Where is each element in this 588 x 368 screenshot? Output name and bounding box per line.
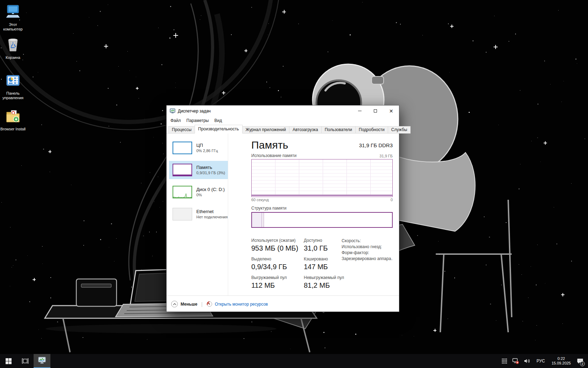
desktop-icon-control-panel[interactable]: Панель управления: [0, 73, 26, 100]
footer-divider: |: [201, 301, 203, 307]
close-button[interactable]: ✕: [383, 105, 399, 116]
sidebar-item-disk[interactable]: Диск 0 (C: D:) 0%: [169, 183, 228, 201]
open-resource-monitor-link[interactable]: Открыть монитор ресурсов: [215, 302, 268, 307]
sidebar-item-subtitle: 0%: [196, 192, 225, 197]
memory-stats: Используется (сжатая) 953 МБ (0 МБ) Дост…: [251, 238, 342, 290]
taskbar-spacer: [50, 354, 500, 368]
collapse-button[interactable]: [171, 301, 178, 307]
tab-details[interactable]: Подробности: [355, 126, 388, 134]
stat-available: Доступно 31,0 ГБ: [304, 238, 342, 253]
stat-cached: Кэшировано 147 МБ: [304, 257, 342, 271]
maximize-button[interactable]: [368, 105, 383, 116]
resource-monitor-icon: [206, 301, 212, 307]
menu-file[interactable]: Файл: [168, 117, 184, 124]
chevron-up-icon: [173, 303, 176, 305]
timeline-right-label: 0: [391, 198, 393, 202]
sidebar-item-subtitle: 0,9/31,9 ГБ (3%): [196, 170, 225, 175]
menu-options[interactable]: Параметры: [184, 117, 212, 124]
network-disconnected-icon: [512, 358, 519, 364]
memory-composition-bar: [251, 212, 393, 228]
action-center-button[interactable]: 2: [575, 354, 584, 368]
sidebar-item-title: ЦП: [196, 143, 218, 148]
tab-startup[interactable]: Автозагрузка: [289, 126, 322, 134]
sidebar-item-subtitle: Нет подключения: [196, 214, 227, 219]
timeline-left-label: 60 секунд: [251, 198, 269, 202]
desktop-icon-browser-install[interactable]: Browser Install: [0, 109, 26, 131]
memory-capacity: 31,9 ГБ DDR3: [359, 142, 393, 148]
language-indicator[interactable]: РУС: [534, 359, 547, 363]
clock-time: 0:22: [552, 356, 571, 361]
grid-icon: [502, 358, 507, 364]
memory-usage-chart: [251, 159, 393, 197]
tab-processes[interactable]: Процессы: [168, 126, 195, 134]
maximize-icon: [374, 109, 377, 113]
sidebar-item-title: Память: [196, 165, 225, 170]
network-status-button[interactable]: [511, 354, 520, 368]
tab-users[interactable]: Пользователи: [321, 126, 356, 134]
taskbar: РУС 0:22 15.09.2025 2: [0, 354, 588, 368]
minimize-icon: [358, 111, 362, 111]
tab-strip: Процессы Производительность Журнал прило…: [167, 124, 399, 134]
sidebar-item-memory[interactable]: Память 0,9/31,9 ГБ (3%): [169, 161, 228, 179]
desktop-icon-recycle-bin[interactable]: Корзина: [0, 37, 26, 60]
footer-bar: Меньше | Открыть монитор ресурсов: [167, 295, 399, 312]
stat-in-use: Используется (сжатая) 953 МБ (0 МБ): [251, 238, 304, 253]
title-bar[interactable]: Диспетчер задач ✕: [167, 105, 399, 116]
memory-usage-fill: [252, 196, 392, 197]
desktop-icon-label: Browser Install: [0, 127, 26, 131]
control-panel-icon: [5, 73, 21, 88]
task-view-icon: [22, 358, 29, 364]
disk-graph-thumbnail: [173, 186, 192, 198]
windows-logo-icon: [6, 358, 12, 364]
clock-date: 15.09.2025: [552, 361, 571, 366]
browser-install-folder-icon: [5, 109, 21, 124]
stat-non-paged-pool: Невыгружаемый пул 81,2 МБ: [304, 275, 342, 290]
speaker-icon: [524, 358, 531, 364]
desktop-icon-this-pc[interactable]: Этот компьютер: [0, 4, 26, 32]
tab-services[interactable]: Службы: [388, 126, 411, 134]
task-manager-window: Диспетчер задач ✕ Файл Параметры Вид Про…: [166, 105, 399, 312]
taskbar-clock[interactable]: 0:22 15.09.2025: [550, 356, 573, 366]
taskbar-app-task-manager[interactable]: [34, 354, 50, 368]
volume-button[interactable]: [523, 354, 532, 368]
desktop-icon-label: Этот компьютер: [0, 22, 26, 32]
memory-panel: Память 31,9 ГБ DDR3 Использование памяти…: [228, 134, 401, 295]
panel-title: Память: [251, 139, 288, 151]
collapse-label[interactable]: Меньше: [181, 302, 197, 307]
sidebar-item-ethernet[interactable]: Ethernet Нет подключения: [169, 205, 228, 223]
menu-view[interactable]: Вид: [211, 117, 225, 124]
stat-committed: Выделено 0,9/34,9 ГБ: [251, 257, 304, 271]
sidebar-item-cpu[interactable]: ЦП 0% 2,86 ГГц: [169, 139, 228, 157]
menu-bar: Файл Параметры Вид: [167, 116, 399, 124]
desktop: Этот компьютер Корзина Панель управления: [0, 0, 588, 368]
memory-modified-segment-divider: [264, 213, 264, 227]
memory-hardware-info: Скорость: Использовано гнезд: Форм-факто…: [342, 238, 393, 290]
notification-count-badge: 2: [580, 361, 585, 366]
sidebar-item-title: Диск 0 (C: D:): [196, 187, 225, 192]
cpu-graph-thumbnail: [173, 142, 192, 154]
ethernet-graph-thumbnail: [173, 208, 192, 220]
tray-app-grid-icon[interactable]: [500, 354, 509, 368]
task-manager-app-icon: [170, 108, 175, 114]
sidebar-item-subtitle: 0% 2,86 ГГц: [196, 148, 218, 153]
usage-chart-label: Использование памяти: [251, 153, 296, 158]
usage-chart-max: 31,9 ГБ: [379, 154, 393, 158]
start-button[interactable]: [0, 354, 17, 368]
stat-paged-pool: Выгружаемый пул 112 МБ: [251, 275, 304, 290]
performance-sidebar: ЦП 0% 2,86 ГГц Память 0,9/31,9 ГБ (3%): [167, 134, 228, 295]
tab-app-history[interactable]: Журнал приложений: [242, 126, 289, 134]
minimize-button[interactable]: [352, 105, 368, 116]
task-view-button[interactable]: [17, 354, 34, 368]
close-icon: ✕: [389, 109, 393, 114]
desktop-icon-label: Корзина: [0, 55, 26, 60]
memory-graph-thumbnail: [173, 164, 192, 176]
window-title: Диспетчер задач: [178, 109, 352, 114]
composition-label: Структура памяти: [251, 206, 393, 211]
task-manager-taskbar-icon: [38, 357, 46, 364]
recycle-bin-icon: [5, 37, 21, 53]
tab-performance[interactable]: Производительность: [195, 125, 242, 134]
system-tray: РУС 0:22 15.09.2025 2: [500, 354, 588, 368]
this-pc-icon: [5, 4, 21, 20]
memory-usage-line: [252, 195, 392, 196]
sidebar-item-title: Ethernet: [196, 209, 227, 214]
